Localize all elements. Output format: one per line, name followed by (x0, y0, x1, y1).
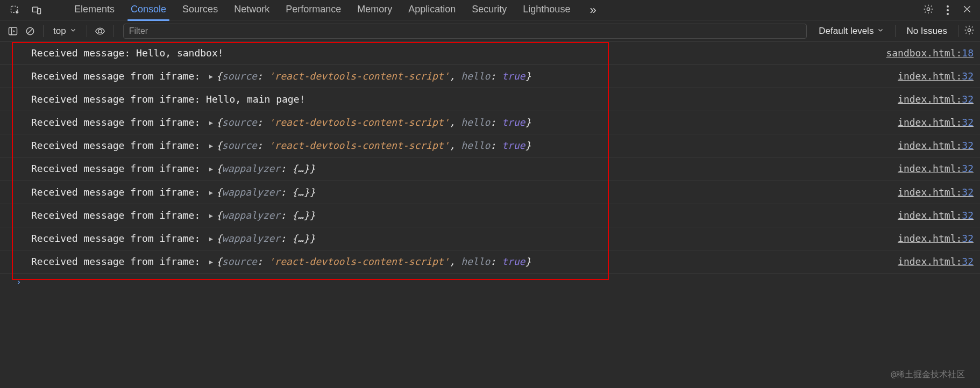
log-message: Received message from iframe: ▸{source: … (31, 69, 531, 83)
expand-object-icon[interactable]: ▸ (208, 209, 214, 222)
expand-object-icon[interactable]: ▸ (208, 69, 214, 83)
console-prompt[interactable]: › (0, 274, 980, 290)
separator (958, 25, 958, 37)
panel-tabs: ElementsConsoleSourcesNetworkPerformance… (72, 1, 572, 19)
log-message: Received message from iframe: ▸{wappalyz… (31, 185, 315, 199)
device-toolbar-icon[interactable] (29, 3, 44, 18)
sidebar-toggle-icon[interactable] (5, 24, 20, 39)
tab-sources[interactable]: Sources (180, 1, 220, 19)
source-link[interactable]: index.html:32 (885, 255, 974, 269)
console-toolbar: top Default levels No Issues (0, 20, 980, 42)
console-log-row: Received message from iframe: ▸{source: … (0, 111, 980, 134)
levels-label: Default levels (819, 26, 874, 37)
watermark-text: @稀土掘金技术社区 (891, 369, 965, 380)
expand-object-icon[interactable]: ▸ (208, 255, 214, 269)
issues-count[interactable]: No Issues (901, 26, 953, 37)
log-object[interactable]: {wappalyzer: {…}} (216, 162, 315, 176)
chevron-down-icon (877, 27, 884, 35)
log-object[interactable]: {wappalyzer: {…}} (216, 232, 315, 246)
console-log-row: Received message from iframe: ▸{wappalyz… (0, 227, 980, 250)
tab-elements[interactable]: Elements (72, 1, 117, 19)
separator (113, 25, 113, 37)
source-link[interactable]: index.html:32 (885, 139, 974, 153)
tab-lighthouse[interactable]: Lighthouse (521, 1, 572, 19)
console-settings-icon[interactable] (964, 25, 975, 37)
log-object[interactable]: {source: 'react-devtools-content-script'… (216, 69, 531, 83)
log-object[interactable]: {source: 'react-devtools-content-script'… (216, 139, 531, 153)
overflow-tabs-icon[interactable]: » (590, 3, 595, 17)
console-log-row: Received message from iframe: ▸{source: … (0, 134, 980, 157)
expand-object-icon[interactable]: ▸ (208, 139, 214, 153)
clear-console-icon[interactable] (23, 24, 38, 39)
console-log-row: Received message from iframe: ▸{wappalyz… (0, 204, 980, 227)
expand-object-icon[interactable]: ▸ (208, 116, 214, 130)
console-log-row: Received message from iframe: ▸{wappalyz… (0, 181, 980, 204)
tab-memory[interactable]: Memory (355, 1, 394, 19)
source-link[interactable]: index.html:32 (885, 92, 974, 106)
console-log-area: Received message: Hello, sandbox!sandbox… (0, 42, 980, 388)
tab-security[interactable]: Security (470, 1, 509, 19)
gear-icon[interactable] (923, 4, 934, 16)
log-message: Received message: Hello, sandbox! (31, 46, 224, 60)
execution-context-select[interactable]: top (49, 26, 81, 37)
log-levels-select[interactable]: Default levels (813, 26, 890, 37)
chevron-down-icon (69, 27, 77, 35)
separator (43, 25, 44, 37)
source-link[interactable]: sandbox.html:18 (873, 46, 974, 60)
close-icon[interactable] (962, 4, 972, 16)
tab-application[interactable]: Application (406, 1, 458, 19)
console-log-row: Received message from iframe: Hello, mai… (0, 88, 980, 111)
svg-point-6 (98, 29, 102, 33)
log-object[interactable]: {source: 'react-devtools-content-script'… (216, 255, 531, 269)
tab-network[interactable]: Network (232, 1, 272, 19)
console-log-row: Received message: Hello, sandbox!sandbox… (0, 42, 980, 65)
source-link[interactable]: index.html:32 (885, 232, 974, 246)
log-message: Received message from iframe: ▸{source: … (31, 255, 531, 269)
live-expression-icon[interactable] (93, 24, 108, 39)
console-log-row: Received message from iframe: ▸{source: … (0, 65, 980, 88)
svg-rect-4 (9, 27, 17, 34)
source-link[interactable]: index.html:32 (885, 185, 974, 199)
log-message: Received message from iframe: Hello, mai… (31, 92, 305, 106)
tab-performance[interactable]: Performance (283, 1, 343, 19)
svg-point-7 (968, 28, 970, 31)
log-message: Received message from iframe: ▸{wappalyz… (31, 162, 315, 176)
source-link[interactable]: index.html:32 (885, 209, 974, 222)
prompt-chevron-icon: › (16, 277, 22, 287)
log-object[interactable]: {source: 'react-devtools-content-script'… (216, 116, 531, 130)
expand-object-icon[interactable]: ▸ (208, 162, 214, 176)
source-link[interactable]: index.html:32 (885, 162, 974, 176)
expand-object-icon[interactable]: ▸ (208, 232, 214, 246)
expand-object-icon[interactable]: ▸ (208, 185, 214, 199)
svg-point-3 (927, 8, 929, 10)
source-link[interactable]: index.html:32 (885, 69, 974, 83)
log-message: Received message from iframe: ▸{wappalyz… (31, 232, 315, 246)
context-label: top (53, 26, 66, 37)
console-log-row: Received message from iframe: ▸{wappalyz… (0, 157, 980, 181)
console-log-row: Received message from iframe: ▸{source: … (0, 250, 980, 274)
filter-input[interactable] (123, 24, 807, 39)
inspect-tools (3, 3, 48, 18)
devtools-right-controls (923, 4, 977, 16)
log-message: Received message from iframe: ▸{source: … (31, 116, 531, 130)
inspect-element-icon[interactable] (8, 3, 23, 18)
separator (895, 25, 896, 37)
more-options-icon[interactable] (947, 5, 949, 15)
tab-console[interactable]: Console (129, 1, 168, 19)
log-object[interactable]: {wappalyzer: {…}} (216, 209, 315, 222)
source-link[interactable]: index.html:32 (885, 116, 974, 130)
log-message: Received message from iframe: ▸{wappalyz… (31, 209, 315, 222)
log-message: Received message from iframe: ▸{source: … (31, 139, 531, 153)
devtools-tabs-bar: ElementsConsoleSourcesNetworkPerformance… (0, 0, 980, 20)
log-object[interactable]: {wappalyzer: {…}} (216, 185, 315, 199)
separator (87, 25, 87, 37)
